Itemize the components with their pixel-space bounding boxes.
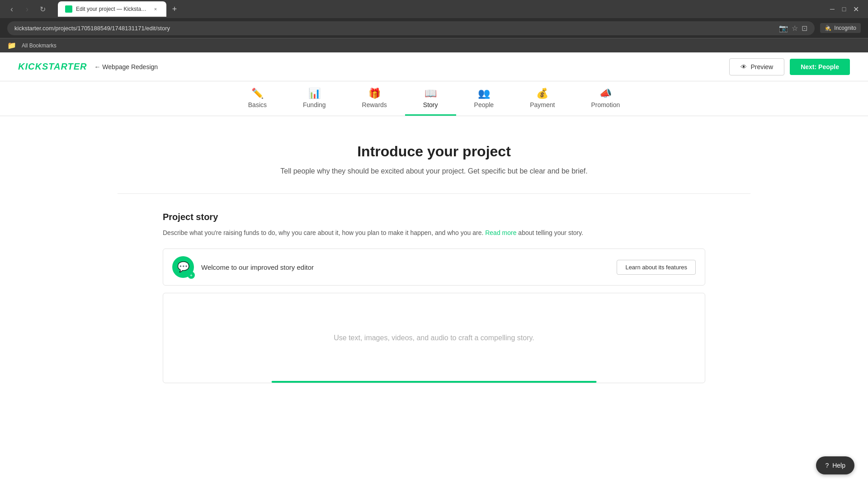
header-right: 👁 Preview Next: People <box>729 58 850 75</box>
reload-button[interactable]: ↻ <box>36 3 49 15</box>
funding-label: Funding <box>303 101 326 108</box>
tab-people[interactable]: 👥 People <box>456 81 512 116</box>
close-button[interactable]: ✕ <box>853 6 859 12</box>
learn-features-button[interactable]: Learn about its features <box>617 260 696 275</box>
browser-window-controls: ‹ › ↻ <box>5 3 49 15</box>
incognito-icon: 🕵 <box>825 25 831 31</box>
preview-button[interactable]: 👁 Preview <box>729 58 784 75</box>
bookmarks-label[interactable]: All Bookmarks <box>22 42 57 49</box>
people-label: People <box>474 101 494 108</box>
bookmark-icon[interactable]: ☆ <box>792 24 798 33</box>
preview-label: Preview <box>750 63 773 70</box>
payment-icon: 💰 <box>536 89 548 99</box>
tab-bar: Edit your project — Kickstarter × + <box>52 1 826 17</box>
desc-text-start: Describe what you're raising funds to do… <box>163 229 483 236</box>
tab-rewards[interactable]: 🎁 Rewards <box>344 81 405 116</box>
story-section-title: Project story <box>163 212 705 222</box>
tab-favicon <box>65 5 72 13</box>
banner-left: 💬 + Welcome to our improved story editor <box>172 256 314 278</box>
main-content: Introduce your project Tell people why t… <box>118 116 750 401</box>
tab-title: Edit your project — Kickstarter <box>76 6 148 12</box>
kickstarter-logo[interactable]: KICKSTARTER <box>18 61 87 72</box>
incognito-label: Incognito <box>834 25 856 31</box>
url-text: kickstarter.com/projects/1705188549/1748… <box>14 25 775 32</box>
banner-icon: 💬 + <box>172 256 194 278</box>
back-link[interactable]: ← Webpage Redesign <box>94 63 158 70</box>
header-left: KICKSTARTER ← Webpage Redesign <box>18 61 158 72</box>
next-button[interactable]: Next: People <box>790 59 850 75</box>
active-tab[interactable]: Edit your project — Kickstarter × <box>58 1 166 17</box>
browser-actions: 🕵 Incognito <box>820 23 861 33</box>
tab-switch-icon[interactable]: ⊡ <box>802 24 807 33</box>
editor-placeholder: Use text, images, videos, and audio to c… <box>334 334 534 342</box>
minimize-button[interactable]: ─ <box>829 6 835 12</box>
basics-label: Basics <box>248 101 267 108</box>
payment-label: Payment <box>530 101 555 108</box>
people-icon: 👥 <box>478 89 490 99</box>
tab-promotion[interactable]: 📣 Promotion <box>573 81 638 116</box>
desc-text-end: about telling your story. <box>518 229 583 236</box>
help-label: Help <box>832 462 845 469</box>
editor-toolbar-hint <box>272 381 597 383</box>
page-subtitle: Tell people why they should be excited a… <box>136 167 732 175</box>
rewards-icon: 🎁 <box>368 89 381 99</box>
camera-off-icon: 📷 <box>779 24 788 33</box>
page-title: Introduce your project <box>136 143 732 160</box>
browser-chrome: ‹ › ↻ Edit your project — Kickstarter × … <box>0 0 868 52</box>
story-editor-banner: 💬 + Welcome to our improved story editor… <box>163 249 705 286</box>
tab-basics[interactable]: ✏️ Basics <box>230 81 285 116</box>
read-more-link[interactable]: Read more <box>485 229 516 236</box>
banner-text: Welcome to our improved story editor <box>201 263 314 271</box>
story-label: Story <box>423 101 438 108</box>
promotion-label: Promotion <box>591 101 620 108</box>
new-tab-button[interactable]: + <box>168 3 181 15</box>
back-nav-button[interactable]: ‹ <box>5 3 18 15</box>
folder-icon: 📁 <box>7 41 16 50</box>
browser-title-bar: ‹ › ↻ Edit your project — Kickstarter × … <box>0 0 868 18</box>
incognito-indicator: 🕵 Incognito <box>820 23 861 33</box>
tab-funding[interactable]: 📊 Funding <box>285 81 344 116</box>
eye-icon: 👁 <box>741 63 747 70</box>
story-editor-area[interactable]: Use text, images, videos, and audio to c… <box>163 293 705 383</box>
story-icon: 📖 <box>425 89 437 99</box>
funding-icon: 📊 <box>308 89 321 99</box>
tab-close-button[interactable]: × <box>152 5 159 13</box>
promotion-icon: 📣 <box>599 89 612 99</box>
address-bar[interactable]: kickstarter.com/projects/1705188549/1748… <box>7 21 815 35</box>
tab-story[interactable]: 📖 Story <box>405 81 456 116</box>
story-section-description: Describe what you're raising funds to do… <box>163 228 705 238</box>
address-bar-icons: 📷 ☆ ⊡ <box>779 24 807 33</box>
help-button[interactable]: ? Help <box>816 456 854 474</box>
basics-icon: ✏️ <box>251 89 264 99</box>
nav-tabs: ✏️ Basics 📊 Funding 🎁 Rewards 📖 Story 👥 … <box>0 81 868 116</box>
page-header: Introduce your project Tell people why t… <box>136 143 732 175</box>
tab-payment[interactable]: 💰 Payment <box>512 81 573 116</box>
forward-nav-button[interactable]: › <box>21 3 33 15</box>
story-section: Project story Describe what you're raisi… <box>163 194 705 383</box>
bookmarks-bar: 📁 All Bookmarks <box>0 38 868 52</box>
rewards-label: Rewards <box>362 101 387 108</box>
app-header: KICKSTARTER ← Webpage Redesign 👁 Preview… <box>0 52 868 81</box>
help-icon: ? <box>825 462 829 469</box>
address-bar-row: kickstarter.com/projects/1705188549/1748… <box>0 18 868 38</box>
maximize-button[interactable]: □ <box>841 6 847 12</box>
